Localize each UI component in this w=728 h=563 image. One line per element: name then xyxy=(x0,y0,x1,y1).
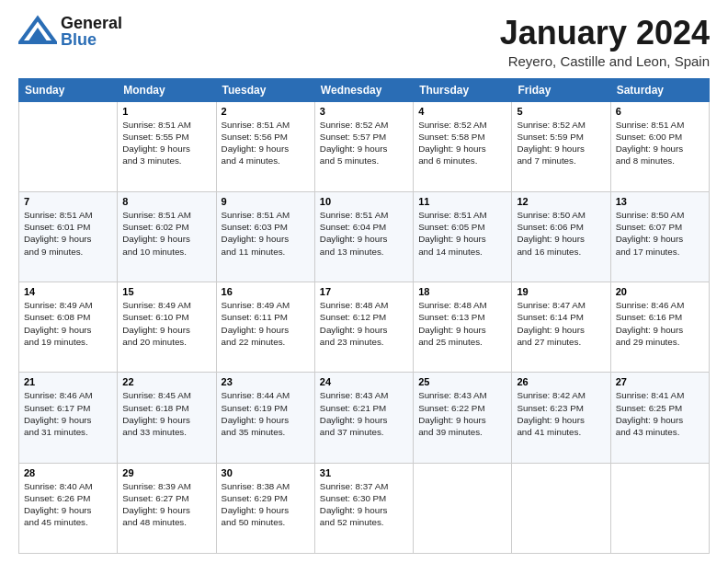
day-number: 21 xyxy=(24,376,112,387)
day-info: Sunrise: 8:43 AM Sunset: 6:21 PM Dayligh… xyxy=(320,389,408,438)
calendar-cell: 6Sunrise: 8:51 AM Sunset: 6:00 PM Daylig… xyxy=(610,101,709,191)
calendar-table: Sunday Monday Tuesday Wednesday Thursday… xyxy=(18,78,710,554)
day-info: Sunrise: 8:52 AM Sunset: 5:58 PM Dayligh… xyxy=(418,119,506,167)
day-number: 24 xyxy=(320,376,408,387)
day-info: Sunrise: 8:42 AM Sunset: 6:23 PM Dayligh… xyxy=(517,389,605,438)
day-number: 11 xyxy=(418,196,506,207)
day-info: Sunrise: 8:48 AM Sunset: 6:12 PM Dayligh… xyxy=(320,299,408,348)
day-info: Sunrise: 8:48 AM Sunset: 6:13 PM Dayligh… xyxy=(418,299,506,348)
calendar-cell: 5Sunrise: 8:52 AM Sunset: 5:59 PM Daylig… xyxy=(512,101,610,191)
day-info: Sunrise: 8:51 AM Sunset: 6:05 PM Dayligh… xyxy=(418,209,506,258)
location-subtitle: Reyero, Castille and Leon, Spain xyxy=(500,53,710,69)
header-monday: Monday xyxy=(118,78,216,101)
calendar-cell: 10Sunrise: 8:51 AM Sunset: 6:04 PM Dayli… xyxy=(314,191,413,282)
logo: General Blue xyxy=(18,15,122,48)
day-number: 15 xyxy=(122,286,210,297)
header-wednesday: Wednesday xyxy=(314,78,413,101)
calendar-cell: 12Sunrise: 8:50 AM Sunset: 6:06 PM Dayli… xyxy=(512,191,610,282)
day-number: 30 xyxy=(222,467,310,478)
calendar-cell: 3Sunrise: 8:52 AM Sunset: 5:57 PM Daylig… xyxy=(314,101,413,191)
day-number: 25 xyxy=(418,376,506,387)
day-info: Sunrise: 8:51 AM Sunset: 6:04 PM Dayligh… xyxy=(320,209,408,258)
calendar-week-4: 28Sunrise: 8:40 AM Sunset: 6:26 PM Dayli… xyxy=(19,463,710,553)
day-number: 27 xyxy=(616,376,704,387)
calendar-cell: 19Sunrise: 8:47 AM Sunset: 6:14 PM Dayli… xyxy=(512,282,610,373)
calendar-cell: 4Sunrise: 8:52 AM Sunset: 5:58 PM Daylig… xyxy=(414,101,512,191)
day-number: 2 xyxy=(222,106,310,117)
day-info: Sunrise: 8:51 AM Sunset: 5:55 PM Dayligh… xyxy=(122,119,210,167)
day-info: Sunrise: 8:51 AM Sunset: 6:01 PM Dayligh… xyxy=(24,209,112,258)
logo-text: General Blue xyxy=(61,15,122,48)
header: General Blue January 2024 Reyero, Castil… xyxy=(18,15,710,69)
day-number: 23 xyxy=(222,376,310,387)
header-tuesday: Tuesday xyxy=(216,78,314,101)
day-info: Sunrise: 8:38 AM Sunset: 6:29 PM Dayligh… xyxy=(222,480,310,529)
day-info: Sunrise: 8:49 AM Sunset: 6:10 PM Dayligh… xyxy=(122,299,210,348)
logo-icon xyxy=(18,15,57,48)
calendar-cell: 21Sunrise: 8:46 AM Sunset: 6:17 PM Dayli… xyxy=(19,373,118,463)
day-info: Sunrise: 8:49 AM Sunset: 6:11 PM Dayligh… xyxy=(222,299,310,348)
day-info: Sunrise: 8:39 AM Sunset: 6:27 PM Dayligh… xyxy=(122,480,210,529)
day-number: 14 xyxy=(24,286,112,297)
calendar-cell: 9Sunrise: 8:51 AM Sunset: 6:03 PM Daylig… xyxy=(216,191,314,282)
day-number: 3 xyxy=(320,106,408,117)
day-info: Sunrise: 8:51 AM Sunset: 5:56 PM Dayligh… xyxy=(222,119,310,167)
day-info: Sunrise: 8:49 AM Sunset: 6:08 PM Dayligh… xyxy=(24,299,112,348)
day-number: 5 xyxy=(517,106,605,117)
day-number: 4 xyxy=(418,106,506,117)
day-number: 17 xyxy=(320,286,408,297)
calendar-cell: 16Sunrise: 8:49 AM Sunset: 6:11 PM Dayli… xyxy=(216,282,314,373)
day-number: 22 xyxy=(122,376,210,387)
calendar-cell xyxy=(610,463,709,553)
header-thursday: Thursday xyxy=(414,78,512,101)
day-number: 12 xyxy=(517,196,605,207)
day-info: Sunrise: 8:51 AM Sunset: 6:03 PM Dayligh… xyxy=(222,209,310,258)
day-info: Sunrise: 8:45 AM Sunset: 6:18 PM Dayligh… xyxy=(122,389,210,438)
day-info: Sunrise: 8:51 AM Sunset: 6:00 PM Dayligh… xyxy=(616,119,704,167)
day-info: Sunrise: 8:51 AM Sunset: 6:02 PM Dayligh… xyxy=(122,209,210,258)
calendar-cell: 31Sunrise: 8:37 AM Sunset: 6:30 PM Dayli… xyxy=(314,463,413,553)
month-title: January 2024 xyxy=(500,15,710,52)
day-number: 19 xyxy=(517,286,605,297)
page: General Blue January 2024 Reyero, Castil… xyxy=(0,0,728,563)
calendar-cell: 8Sunrise: 8:51 AM Sunset: 6:02 PM Daylig… xyxy=(118,191,216,282)
day-number: 10 xyxy=(320,196,408,207)
calendar-cell xyxy=(414,463,512,553)
day-info: Sunrise: 8:46 AM Sunset: 6:16 PM Dayligh… xyxy=(616,299,704,348)
day-info: Sunrise: 8:46 AM Sunset: 6:17 PM Dayligh… xyxy=(24,389,112,438)
day-number: 1 xyxy=(122,106,210,117)
calendar-cell xyxy=(512,463,610,553)
day-number: 8 xyxy=(122,196,210,207)
calendar-cell: 17Sunrise: 8:48 AM Sunset: 6:12 PM Dayli… xyxy=(314,282,413,373)
day-info: Sunrise: 8:50 AM Sunset: 6:07 PM Dayligh… xyxy=(616,209,704,258)
calendar-cell: 18Sunrise: 8:48 AM Sunset: 6:13 PM Dayli… xyxy=(414,282,512,373)
calendar-cell: 1Sunrise: 8:51 AM Sunset: 5:55 PM Daylig… xyxy=(118,101,216,191)
calendar-header-row: Sunday Monday Tuesday Wednesday Thursday… xyxy=(19,78,710,101)
calendar-cell xyxy=(19,101,118,191)
day-number: 9 xyxy=(222,196,310,207)
logo-blue-text: Blue xyxy=(61,31,122,48)
day-info: Sunrise: 8:52 AM Sunset: 5:59 PM Dayligh… xyxy=(517,119,605,167)
calendar-cell: 26Sunrise: 8:42 AM Sunset: 6:23 PM Dayli… xyxy=(512,373,610,463)
calendar-cell: 22Sunrise: 8:45 AM Sunset: 6:18 PM Dayli… xyxy=(118,373,216,463)
calendar-cell: 28Sunrise: 8:40 AM Sunset: 6:26 PM Dayli… xyxy=(19,463,118,553)
calendar-cell: 24Sunrise: 8:43 AM Sunset: 6:21 PM Dayli… xyxy=(314,373,413,463)
title-block: January 2024 Reyero, Castille and Leon, … xyxy=(500,15,710,69)
calendar-cell: 23Sunrise: 8:44 AM Sunset: 6:19 PM Dayli… xyxy=(216,373,314,463)
calendar-week-0: 1Sunrise: 8:51 AM Sunset: 5:55 PM Daylig… xyxy=(19,101,710,191)
day-info: Sunrise: 8:44 AM Sunset: 6:19 PM Dayligh… xyxy=(222,389,310,438)
calendar-cell: 2Sunrise: 8:51 AM Sunset: 5:56 PM Daylig… xyxy=(216,101,314,191)
day-number: 31 xyxy=(320,467,408,478)
day-number: 6 xyxy=(616,106,704,117)
calendar-cell: 27Sunrise: 8:41 AM Sunset: 6:25 PM Dayli… xyxy=(610,373,709,463)
calendar-cell: 7Sunrise: 8:51 AM Sunset: 6:01 PM Daylig… xyxy=(19,191,118,282)
calendar-cell: 25Sunrise: 8:43 AM Sunset: 6:22 PM Dayli… xyxy=(414,373,512,463)
day-number: 13 xyxy=(616,196,704,207)
calendar-week-2: 14Sunrise: 8:49 AM Sunset: 6:08 PM Dayli… xyxy=(19,282,710,373)
calendar-cell: 11Sunrise: 8:51 AM Sunset: 6:05 PM Dayli… xyxy=(414,191,512,282)
day-info: Sunrise: 8:47 AM Sunset: 6:14 PM Dayligh… xyxy=(517,299,605,348)
day-info: Sunrise: 8:37 AM Sunset: 6:30 PM Dayligh… xyxy=(320,480,408,529)
calendar-week-1: 7Sunrise: 8:51 AM Sunset: 6:01 PM Daylig… xyxy=(19,191,710,282)
day-info: Sunrise: 8:50 AM Sunset: 6:06 PM Dayligh… xyxy=(517,209,605,258)
day-number: 7 xyxy=(24,196,112,207)
